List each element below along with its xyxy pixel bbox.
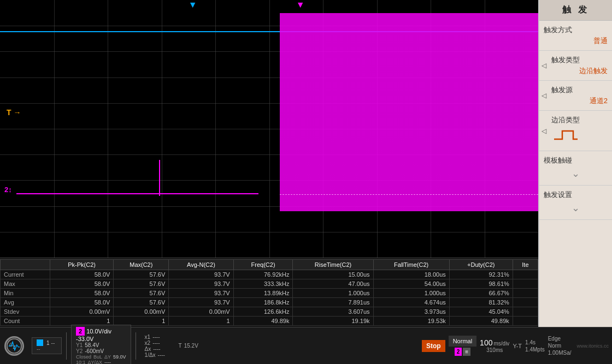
row-value: 13.89kHz xyxy=(233,289,293,298)
trigger-type-value: 边沿触发 xyxy=(551,66,608,76)
row-value: 45.04% xyxy=(449,307,513,317)
row-value: 93.7V xyxy=(169,279,233,289)
row-label: Min xyxy=(1,289,50,298)
ch2-mode-icon: ≡ xyxy=(463,348,470,356)
scope-area: ▼ ▼ T → 2↕ Pk-Pk(C2) Max(C2) xyxy=(0,0,538,327)
closed-label: Closed xyxy=(76,354,91,360)
logo: z G xyxy=(3,335,25,357)
trigger-mode-item[interactable]: 触发方式 普通 xyxy=(539,21,612,51)
row-value: 1.000us xyxy=(373,289,449,298)
row-value xyxy=(513,270,538,279)
x2-label: x2 xyxy=(145,340,151,346)
edge-norm-block: Edge Norm 1.00MSa/ xyxy=(548,336,572,356)
row-value: 54.00us xyxy=(373,279,449,289)
run-mode-label: Normal xyxy=(449,336,476,347)
row-value: 15.00us xyxy=(293,270,373,279)
row-value: 57.6V xyxy=(114,270,169,279)
col-header-label xyxy=(1,260,50,270)
invdx-label: 1/Δx xyxy=(145,352,156,358)
t-values-block: 1.4s 1.4Mpts xyxy=(525,339,545,353)
x1-val: ---- xyxy=(152,334,160,340)
edge-type-label: 边沿类型 xyxy=(551,115,608,125)
row-label: Max xyxy=(1,279,50,289)
row-value: 92.31% xyxy=(449,270,513,279)
trigger-source-item[interactable]: ◁ 触发源 通道2 xyxy=(539,81,612,111)
template-trigger-label: 模板触碰 xyxy=(544,156,608,165)
y1-val: 58.4V xyxy=(85,342,99,348)
col-header-pkpk: Pk-Pk(C2) xyxy=(50,260,114,270)
row-value: 93.7V xyxy=(169,298,233,307)
ch2-marker: 2↕ xyxy=(4,186,12,194)
table-row: Min58.0V57.6V93.7V13.89kHz1.000us1.000us… xyxy=(1,289,538,298)
row-value xyxy=(513,307,538,317)
dx-val: ---- xyxy=(153,346,160,352)
row-value: 333.3kHz xyxy=(233,279,293,289)
edge-type-item[interactable]: ◁ 边沿类型 xyxy=(539,111,612,151)
row-label: Stdev xyxy=(1,307,50,317)
col-header-fall: FallTime(C2) xyxy=(373,260,449,270)
invdx-val: ---- xyxy=(158,352,165,358)
edge-label: Edge xyxy=(548,336,572,342)
delta-yx-label: ΔY/ΔX xyxy=(88,360,103,365)
t-trigger-block: T 15.2V xyxy=(179,343,198,349)
right-status-group: Stop Normal 2 ≡ 100 ms/div 310ms Y-T 1.4… xyxy=(422,336,609,356)
x2-val: ---- xyxy=(152,340,160,346)
row-value: 19.19k xyxy=(293,317,373,326)
row-label: Current xyxy=(1,270,50,279)
row-value: 57.6V xyxy=(114,289,169,298)
ch2-indicator-box: 2 xyxy=(76,327,85,336)
col-header-max: Max(C2) xyxy=(114,260,169,270)
separator-1 xyxy=(66,332,67,360)
ratio-label: 10:1 xyxy=(76,360,86,365)
norm-unit: 1.00MSa/ xyxy=(548,350,572,356)
row-value: 18.00us xyxy=(373,270,449,279)
measurement-table: Pk-Pk(C2) Max(C2) Avg-N(C2) Freq(C2) Ris… xyxy=(0,258,538,327)
stop-button[interactable]: Stop xyxy=(422,340,445,352)
trigger-source-label: 触发源 xyxy=(551,85,608,95)
table-row: Stdev0.00mV0.00mV0.00mV126.6kHz3.607us3.… xyxy=(1,307,538,317)
row-value: 93.7V xyxy=(169,289,233,298)
col-header-ite: Ite xyxy=(513,260,538,270)
ch1-status: 1 -- -- xyxy=(32,337,62,354)
trigger-type-item[interactable]: ◁ 触发类型 边沿触发 xyxy=(539,51,612,81)
row-value: 57.6V xyxy=(114,298,169,307)
ch1-line2: -- xyxy=(37,346,57,352)
trigger-settings-label: 触发设置 xyxy=(544,190,608,200)
edge-type-icon xyxy=(551,128,579,142)
watermark: www.itonics.cc xyxy=(576,343,609,349)
norm-label: Norm xyxy=(548,343,572,349)
t-val: 15.2V xyxy=(184,343,198,349)
delta-y-val: 59.0V xyxy=(113,354,126,360)
t-label: T xyxy=(179,343,182,349)
run-mode-block: Normal 2 ≡ xyxy=(449,336,476,356)
t-val2: 1.4Mpts xyxy=(525,347,545,353)
trigger-mode-label: 触发方式 xyxy=(544,25,608,35)
row-value: 81.32% xyxy=(449,298,513,307)
right-panel: 触 发 触发方式 普通 ◁ 触发类型 边沿触发 ◁ 触发源 通道2 ◁ 边沿类型 xyxy=(538,0,612,327)
trigger-source-value: 通道2 xyxy=(551,96,608,106)
ch2-waveform-fill xyxy=(280,13,538,211)
template-trigger-item[interactable]: 模板触碰 ⌄ xyxy=(539,151,612,186)
row-value: 3.607us xyxy=(293,307,373,317)
row-value: 126.6kHz xyxy=(233,307,293,317)
yt-mode-label: Y-T xyxy=(513,343,522,349)
col-header-rise: RiseTime(C2) xyxy=(293,260,373,270)
panel-bottom xyxy=(539,220,612,327)
x1-label: x1 xyxy=(145,334,151,340)
dx-label: Δx xyxy=(145,346,151,352)
row-value: 186.8kHz xyxy=(233,298,293,307)
ch2-vdiv: 10.0V/div xyxy=(86,328,111,335)
delta-y: ΔY xyxy=(104,354,111,360)
row-label: Count xyxy=(1,317,50,326)
ch2-flat-left xyxy=(16,193,162,194)
trigger-settings-item[interactable]: 触发设置 ⌄ xyxy=(539,186,612,220)
row-value xyxy=(513,279,538,289)
row-value: 1.000us xyxy=(293,289,373,298)
ch2-icon: 2 xyxy=(455,348,462,356)
ch1-line1: -- xyxy=(51,340,55,346)
row-value: 93.7V xyxy=(169,270,233,279)
trigger-arrow-ch1: ▼ xyxy=(189,0,197,10)
row-value: 7.891us xyxy=(293,298,373,307)
row-value: 0.00mV xyxy=(169,307,233,317)
row-value xyxy=(513,298,538,307)
